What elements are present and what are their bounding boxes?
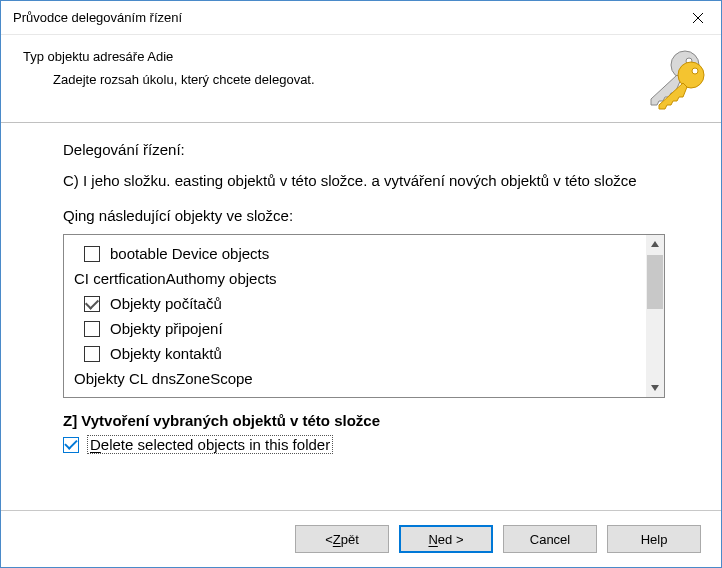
delete-objects-checkbox-row[interactable]: Delete selected objects in this folder	[63, 435, 665, 454]
list-item[interactable]: Objekty CL dnsZoneScope	[74, 366, 646, 391]
create-objects-label: Z] Vytvoření vybraných objektů v této sl…	[63, 412, 665, 429]
close-button[interactable]	[675, 2, 721, 34]
header-subtitle: Zadejte rozsah úkolu, který chcete deleg…	[53, 72, 621, 87]
content-area: Delegování řízení: C) I jeho složku. eas…	[1, 123, 721, 510]
list-item-label: Objekty kontaktů	[110, 345, 222, 362]
close-icon	[692, 12, 704, 24]
button-bar: < Zpět Ned > Cancel Help	[1, 510, 721, 567]
list-item-label: Objekty připojení	[110, 320, 223, 337]
delegation-label: Delegování řízení:	[63, 141, 665, 158]
objects-label: Qing následující objekty ve složce:	[63, 207, 665, 224]
list-item[interactable]: Objekty kontaktů	[84, 341, 646, 366]
list-item[interactable]: Objekty připojení	[84, 316, 646, 341]
checkbox[interactable]	[84, 321, 100, 337]
checkbox[interactable]	[84, 296, 100, 312]
checkbox[interactable]	[63, 437, 79, 453]
titlebar: Průvodce delegováním řízení	[1, 1, 721, 35]
wizard-header: Typ objektu adresáře Adie Zadejte rozsah…	[1, 35, 721, 123]
list-item[interactable]: CI certficationAuthomy objects	[74, 266, 646, 291]
object-types-listbox: bootable Device objects CI certficationA…	[63, 234, 665, 398]
back-button[interactable]: < Zpět	[295, 525, 389, 553]
list-item-label: CI certficationAuthomy objects	[74, 270, 277, 287]
keys-icon	[637, 47, 707, 111]
list-item[interactable]: bootable Device objects	[84, 241, 646, 266]
scope-description: C) I jeho složku. easting objektů v této…	[63, 172, 665, 189]
list-item-label: Objekty CL dnsZoneScope	[74, 370, 253, 387]
scroll-thumb[interactable]	[647, 255, 663, 309]
cancel-button[interactable]: Cancel	[503, 525, 597, 553]
scroll-down-button[interactable]	[646, 379, 664, 397]
listbox-viewport[interactable]: bootable Device objects CI certficationA…	[64, 235, 646, 397]
chevron-down-icon	[651, 385, 659, 391]
list-item-label: Objekty počítačů	[110, 295, 222, 312]
next-button[interactable]: Ned >	[399, 525, 493, 553]
delete-objects-label: Delete selected objects in this folder	[87, 435, 333, 454]
checkbox[interactable]	[84, 346, 100, 362]
scrollbar[interactable]	[646, 235, 664, 397]
header-title: Typ objektu adresáře Adie	[23, 49, 621, 64]
checkbox[interactable]	[84, 246, 100, 262]
scroll-up-button[interactable]	[646, 235, 664, 253]
window-title: Průvodce delegováním řízení	[13, 10, 675, 25]
wizard-window: Průvodce delegováním řízení Typ objektu …	[0, 0, 722, 568]
chevron-up-icon	[651, 241, 659, 247]
help-button[interactable]: Help	[607, 525, 701, 553]
list-item-label: bootable Device objects	[110, 245, 269, 262]
svg-point-3	[692, 68, 698, 74]
list-item[interactable]: Objekty počítačů	[84, 291, 646, 316]
